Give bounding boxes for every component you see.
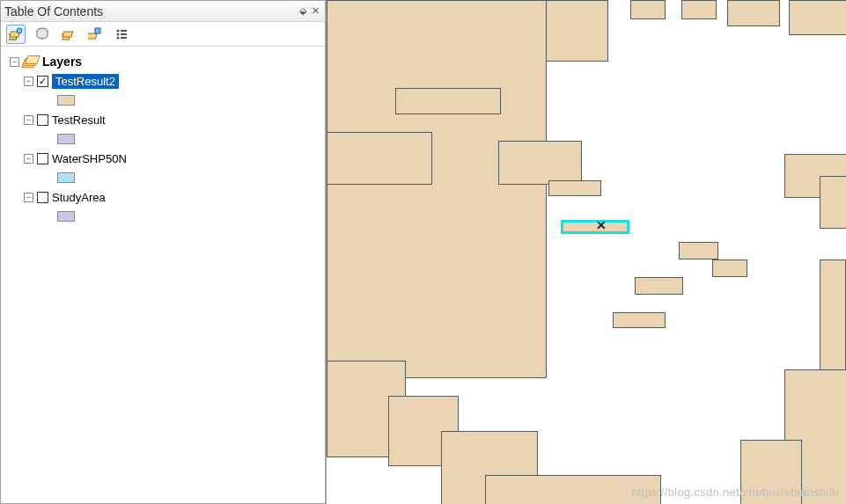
expander-icon[interactable]: −	[24, 154, 33, 164]
layers-stack-icon	[23, 55, 39, 68]
toc-titlebar: Table Of Contents ⬙ ✕	[1, 1, 325, 22]
map-canvas[interactable]: ✕ https://blog.csdn.net/zhebushibiaoshif…	[326, 0, 846, 504]
svg-point-8	[117, 29, 120, 32]
watermark-text: https://blog.csdn.net/zhebushibiaoshifu	[631, 486, 839, 499]
expander-icon[interactable]: −	[10, 57, 19, 67]
close-icon[interactable]: ✕	[312, 5, 320, 17]
svg-point-2	[17, 28, 22, 33]
tree-symbol-row	[4, 91, 321, 110]
layer-name[interactable]: WaterSHP50N	[52, 152, 127, 165]
toc-toolbar	[1, 22, 325, 47]
layer-visibility-checkbox[interactable]: ✓	[37, 76, 48, 87]
expander-icon[interactable]: −	[24, 77, 33, 86]
tree-symbol-row	[4, 207, 321, 226]
layer-visibility-checkbox[interactable]	[37, 192, 48, 203]
layer-symbol-swatch[interactable]	[57, 134, 75, 144]
list-by-visibility-button[interactable]	[59, 25, 78, 44]
svg-rect-6	[88, 33, 97, 39]
layer-name[interactable]: TestResult	[52, 113, 106, 127]
expander-icon[interactable]: −	[24, 115, 33, 125]
svg-rect-7	[95, 28, 100, 33]
layer-name[interactable]: StudyArea	[52, 191, 106, 204]
svg-rect-11	[121, 30, 127, 32]
layer-visibility-checkbox[interactable]	[37, 153, 48, 164]
list-by-drawing-order-button[interactable]	[6, 25, 26, 44]
expander-icon[interactable]: −	[24, 193, 33, 202]
toc-title-text: Table Of Contents	[4, 4, 299, 18]
selected-feature-highlight	[561, 220, 629, 234]
layer-visibility-checkbox[interactable]	[37, 114, 48, 126]
svg-rect-5	[63, 32, 73, 37]
tree-layer-row[interactable]: − TestResult	[4, 110, 321, 129]
table-of-contents-panel: Table Of Contents ⬙ ✕ − Layers	[0, 0, 326, 504]
layer-symbol-swatch[interactable]	[57, 95, 75, 106]
tree-layer-row[interactable]: − ✓ TestResult2	[4, 71, 321, 91]
svg-point-10	[117, 36, 120, 39]
list-by-source-button[interactable]	[33, 25, 52, 44]
selection-center-marker: ✕	[596, 218, 607, 232]
tree-symbol-row	[4, 129, 321, 149]
titlebar-controls: ⬙ ✕	[299, 5, 321, 17]
layer-symbol-swatch[interactable]	[57, 211, 75, 222]
tree-symbol-row	[4, 168, 321, 187]
svg-rect-12	[121, 33, 127, 35]
svg-rect-13	[121, 37, 127, 39]
svg-point-9	[117, 33, 120, 35]
list-by-selection-button[interactable]	[85, 25, 105, 44]
tree-layer-row[interactable]: − StudyArea	[4, 187, 321, 207]
root-label: Layers	[42, 55, 82, 69]
tree-layer-row[interactable]: − WaterSHP50N	[4, 149, 321, 168]
layer-tree: − Layers − ✓ TestResult2 − TestResult	[1, 47, 325, 503]
layer-name[interactable]: TestResult2	[52, 74, 119, 89]
tree-root-layers[interactable]: − Layers	[4, 52, 321, 71]
pin-icon[interactable]: ⬙	[299, 5, 306, 17]
layer-symbol-swatch[interactable]	[57, 172, 75, 183]
options-button[interactable]	[112, 25, 131, 44]
